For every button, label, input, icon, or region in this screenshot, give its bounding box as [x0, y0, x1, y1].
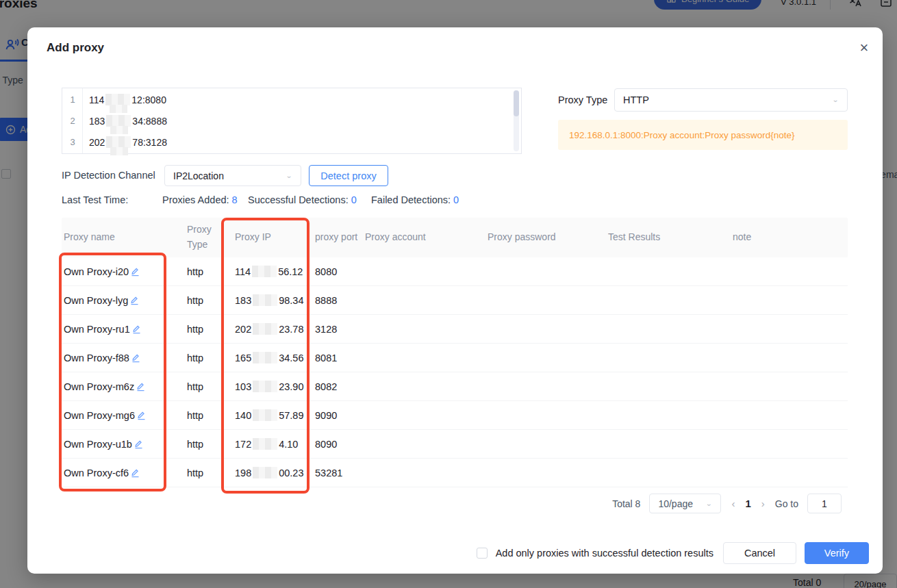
proxy-ip-suffix: 57.89 [279, 410, 303, 421]
prev-page-icon[interactable]: ‹ [730, 498, 736, 509]
ip-detection-channel-select[interactable]: IP2Location ⌄ [164, 165, 301, 186]
ip-suffix: 12:8080 [131, 94, 166, 105]
ip-detection-channel-label: IP Detection Channel [62, 170, 155, 181]
detection-stats: Last Test Time: Proxies Added: 8 Success… [27, 194, 883, 208]
proxy-type: http [185, 410, 233, 421]
proxies-added-label: Proxies Added: [162, 194, 229, 205]
goto-page-input[interactable] [807, 494, 842, 513]
close-icon[interactable]: × [853, 37, 875, 59]
table-row: Own Proxy-cf6http19800.2353281 [62, 459, 848, 487]
proxy-name: Own Proxy-m6z [64, 381, 134, 392]
col-proxy-port: proxy port [313, 226, 363, 249]
ip-detection-channel-value: IP2Location [173, 170, 224, 181]
goto-label: Go to [775, 498, 798, 509]
pagination: Total 8 10/page ⌄ ‹ 1 › Go to [612, 494, 842, 513]
proxy-name: Own Proxy-cf6 [64, 468, 129, 478]
table-row: Own Proxy-i20http11456.128080 [62, 257, 848, 286]
table-row: Own Proxy-u1bhttp1724.108090 [62, 430, 848, 459]
col-proxy-account: Proxy account [363, 226, 485, 249]
redaction-mask [105, 94, 130, 105]
proxy-list-editor[interactable]: 1 11412:8080 2 18334:8888 3 20278:3128 [62, 88, 522, 154]
proxy-type: http [185, 295, 233, 306]
cancel-button[interactable]: Cancel [723, 542, 796, 564]
col-proxy-name: Proxy name [62, 226, 185, 249]
proxy-ip-suffix: 34.56 [279, 353, 303, 363]
editor-scrollbar[interactable] [514, 90, 519, 151]
editor-line: 1 11412:8080 [62, 90, 521, 110]
proxy-name: Own Proxy-lyg [64, 295, 128, 306]
scrollbar-thumb[interactable] [514, 90, 519, 116]
ip-prefix: 202 [89, 137, 105, 148]
successful-detections-value: 0 [351, 194, 357, 205]
ip-prefix: 183 [89, 116, 105, 127]
only-successful-label: Add only proxies with successful detecti… [496, 548, 713, 559]
col-proxy-password: Proxy password [485, 226, 606, 249]
proxy-type-select[interactable]: HTTP ⌄ [614, 88, 848, 112]
redaction-mask [253, 323, 277, 335]
proxy-type: http [185, 353, 233, 363]
edit-icon[interactable] [129, 295, 140, 305]
format-hint-box: 192.168.0.1:8000:Proxy account:Proxy pas… [558, 120, 848, 150]
proxy-table: Proxy name Proxy Type Proxy IP proxy por… [62, 218, 848, 487]
failed-detections-value: 0 [453, 194, 459, 205]
proxies-added-value: 8 [232, 194, 238, 205]
proxy-ip-suffix: 23.90 [279, 381, 303, 392]
edit-icon[interactable] [130, 266, 140, 277]
proxy-name: Own Proxy-u1b [64, 439, 132, 450]
proxy-port: 8080 [313, 266, 363, 277]
add-proxy-dialog: Add proxy × 1 11412:8080 2 18334:8888 3 … [27, 27, 883, 574]
proxy-type-label: Proxy Type [558, 94, 607, 105]
proxy-port: 8888 [313, 295, 363, 306]
redaction-mask [252, 266, 277, 277]
redaction-mask [253, 409, 277, 421]
detect-proxy-button[interactable]: Detect proxy [309, 165, 388, 186]
col-proxy-ip: Proxy IP [233, 226, 313, 249]
chevron-down-icon: ⌄ [705, 500, 712, 507]
proxy-ip-suffix: 00.23 [279, 468, 303, 478]
proxy-port: 8090 [313, 439, 363, 450]
verify-button[interactable]: Verify [805, 542, 869, 564]
proxy-ip-prefix: 140 [235, 410, 251, 421]
page-size-value: 10/page [658, 498, 693, 509]
proxy-port: 53281 [313, 468, 363, 478]
proxy-ip-prefix: 202 [235, 324, 251, 335]
col-note: note [731, 226, 848, 249]
editor-line: 2 18334:8888 [62, 111, 521, 131]
proxy-ip-suffix: 56.12 [278, 266, 303, 277]
last-test-time-label: Last Test Time: [62, 194, 128, 205]
page-size-select[interactable]: 10/page ⌄ [649, 494, 721, 513]
ip-prefix: 114 [89, 94, 104, 105]
format-hint-text: 192.168.0.1:8000:Proxy account:Proxy pas… [569, 130, 794, 140]
only-successful-checkbox[interactable] [477, 548, 488, 559]
edit-icon[interactable] [130, 468, 140, 478]
proxy-port: 9090 [313, 410, 363, 421]
edit-icon[interactable] [131, 324, 142, 334]
table-header-row: Proxy name Proxy Type Proxy IP proxy por… [62, 218, 848, 257]
table-row: Own Proxy-m6zhttp10323.908082 [62, 372, 848, 401]
proxy-ip-suffix: 23.78 [279, 324, 303, 335]
table-row: Own Proxy-f88http16534.568081 [62, 344, 848, 372]
proxy-type: http [185, 468, 233, 478]
edit-icon[interactable] [136, 381, 146, 392]
edit-icon[interactable] [131, 353, 141, 363]
proxy-ip-prefix: 165 [235, 353, 251, 363]
editor-line: 3 20278:3128 [62, 132, 521, 152]
next-page-icon[interactable]: › [760, 498, 766, 509]
proxy-ip-prefix: 114 [235, 266, 251, 277]
proxy-port: 8082 [313, 381, 363, 392]
table-row: Own Proxy-ru1http20223.783128 [62, 315, 848, 344]
ip-suffix: 34:8888 [132, 116, 167, 127]
proxy-name: Own Proxy-i20 [64, 266, 129, 277]
dialog-footer: Add only proxies with successful detecti… [477, 542, 869, 564]
proxy-ip-prefix: 172 [235, 439, 251, 450]
redaction-mask [253, 294, 277, 306]
proxy-type: http [185, 439, 233, 450]
edit-icon[interactable] [136, 410, 147, 420]
edit-icon[interactable] [134, 439, 144, 449]
failed-detections-label: Failed Detections: [371, 194, 451, 205]
chevron-down-icon: ⌄ [832, 96, 839, 103]
total-count: Total 8 [612, 498, 640, 509]
current-page[interactable]: 1 [745, 498, 750, 509]
proxy-ip-prefix: 183 [235, 295, 251, 306]
proxy-port: 8081 [313, 353, 363, 363]
